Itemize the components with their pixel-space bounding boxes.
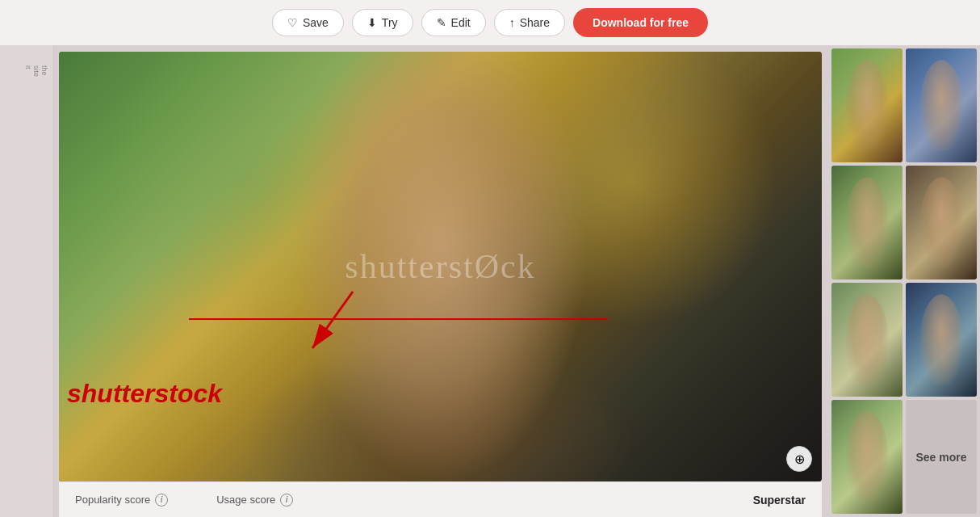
save-label: Save: [303, 16, 329, 29]
share-label: Share: [520, 16, 550, 29]
usage-label: Usage score: [216, 494, 275, 506]
toolbar: ♡ Save ⬇ Try ✎ Edit ↑ Share Download for…: [0, 0, 980, 45]
annotation-arrow: [288, 284, 385, 364]
popularity-label: Popularity score: [75, 494, 150, 506]
usage-score: Usage score i: [216, 494, 293, 506]
thumbnail-2[interactable]: [906, 48, 977, 162]
center-area: shutterstØck shutterstock ⊕: [52, 45, 828, 517]
popularity-score: Popularity score i: [75, 494, 168, 506]
edit-icon: ✎: [437, 16, 446, 29]
right-sidebar: See more: [828, 45, 980, 517]
thumbnail-6[interactable]: [906, 283, 977, 397]
face-overlay: [59, 52, 822, 481]
thumb-face-2: [920, 60, 963, 151]
thumbnail-4[interactable]: [906, 166, 977, 280]
see-more-button[interactable]: See more: [906, 400, 977, 514]
left-sidebar-text: thesiteit: [20, 61, 52, 81]
main-photo: [59, 52, 822, 481]
shutterstock-label: shutterstock: [67, 379, 222, 409]
thumb-face-4: [920, 177, 963, 268]
share-button[interactable]: ↑ Share: [494, 9, 565, 36]
main-image-container: shutterstØck shutterstock ⊕: [59, 52, 822, 481]
share-icon: ↑: [509, 16, 515, 29]
try-button[interactable]: ⬇ Try: [352, 9, 413, 36]
thumbnail-3[interactable]: [831, 166, 903, 280]
zoom-button[interactable]: ⊕: [786, 446, 812, 472]
thumb-face-1: [846, 60, 889, 151]
thumbnail-7[interactable]: [831, 400, 903, 514]
usage-info-icon[interactable]: i: [280, 494, 293, 506]
main-content: thesiteit shutterstØck shutterstock: [0, 45, 980, 517]
thumbnail-5[interactable]: [831, 283, 903, 397]
thumb-face-6: [920, 294, 963, 385]
popularity-info-icon[interactable]: i: [155, 494, 168, 506]
download-free-label: Download for free: [593, 16, 689, 29]
edit-button[interactable]: ✎ Edit: [421, 9, 486, 36]
edit-label: Edit: [451, 16, 471, 29]
download-icon: ⬇: [367, 16, 377, 29]
zoom-icon: ⊕: [794, 452, 805, 467]
download-free-button[interactable]: Download for free: [573, 8, 708, 37]
thumb-face-3: [846, 177, 889, 268]
heart-icon: ♡: [287, 16, 298, 29]
try-label: Try: [382, 16, 398, 29]
svg-line-1: [312, 292, 353, 348]
superstar-badge: Superstar: [753, 494, 806, 506]
save-button[interactable]: ♡ Save: [272, 9, 344, 36]
thumb-face-5: [846, 294, 889, 385]
see-more-label: See more: [915, 451, 966, 464]
left-sidebar: thesiteit: [0, 45, 52, 517]
thumb-face-7: [846, 411, 889, 502]
annotation-line: [189, 318, 609, 320]
bottom-bar: Popularity score i Usage score i Superst…: [59, 481, 822, 517]
thumbnail-1[interactable]: [831, 48, 903, 162]
